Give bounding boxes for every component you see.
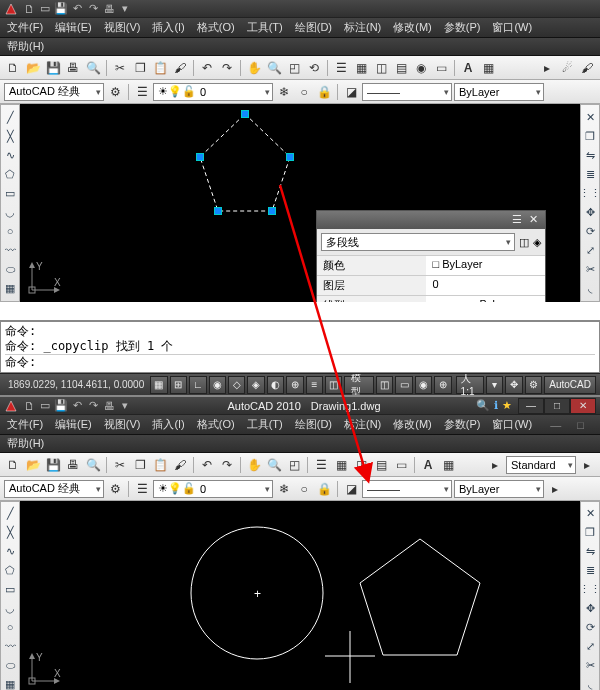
- grip-vertex[interactable]: [286, 153, 294, 161]
- tb-match-icon[interactable]: 🖌: [171, 59, 189, 77]
- mod-mirror-icon[interactable]: ⇋: [582, 544, 598, 560]
- properties-titlebar[interactable]: ✕ ☰: [317, 211, 545, 229]
- tb-text-icon[interactable]: A: [419, 456, 437, 474]
- tb-new-icon[interactable]: 🗋: [4, 456, 22, 474]
- qp-icon[interactable]: ◫: [325, 376, 342, 394]
- menu-file[interactable]: 文件(F): [4, 19, 46, 36]
- mod-trim-icon[interactable]: ✂: [582, 261, 598, 277]
- qat-more-icon[interactable]: ▾: [118, 399, 132, 413]
- tb-dc-icon[interactable]: ▦: [332, 456, 350, 474]
- qat-new-icon[interactable]: 🗋: [22, 399, 36, 413]
- tb-copy-icon[interactable]: ❐: [131, 456, 149, 474]
- mod-erase-icon[interactable]: ✕: [582, 109, 598, 125]
- mod-rotate-icon[interactable]: ⟳: [582, 619, 598, 635]
- menu-modify[interactable]: 修改(M): [390, 416, 435, 433]
- layer-freeze-icon[interactable]: ❄: [275, 83, 293, 101]
- tb-zoomwin-icon[interactable]: ◰: [285, 456, 303, 474]
- sb-icon[interactable]: ◫: [376, 376, 393, 394]
- layer-lock-icon[interactable]: 🔒: [315, 480, 333, 498]
- sb-icon[interactable]: ⊕: [434, 376, 451, 394]
- properties-palette[interactable]: ✕ ☰ 多段线 ◫ ◈ 颜色 □ ByLayer 图层 0 线型 ———— By…: [316, 210, 546, 302]
- mod-fillet-icon[interactable]: ◟: [582, 280, 598, 296]
- mod-erase-icon[interactable]: ✕: [582, 506, 598, 522]
- qat-open-icon[interactable]: ▭: [38, 2, 52, 16]
- mod-rotate-icon[interactable]: ⟳: [582, 223, 598, 239]
- sb-icon[interactable]: ⚙: [525, 376, 542, 394]
- mod-move-icon[interactable]: ✥: [582, 204, 598, 220]
- close-button[interactable]: ✕: [570, 398, 596, 414]
- mod-mirror-icon[interactable]: ⇋: [582, 147, 598, 163]
- grip-vertex[interactable]: [214, 207, 222, 215]
- menu-edit[interactable]: 编辑(E): [52, 19, 95, 36]
- tb-ssm-icon[interactable]: ▤: [392, 59, 410, 77]
- tb-save-icon[interactable]: 💾: [44, 456, 62, 474]
- tb-copy-icon[interactable]: ❐: [131, 59, 149, 77]
- layer-props-icon[interactable]: ☰: [133, 480, 151, 498]
- color-combo[interactable]: ———: [362, 480, 452, 498]
- info-icon[interactable]: ℹ: [494, 399, 498, 412]
- qat-undo-icon[interactable]: ↶: [70, 399, 84, 413]
- tb-zoomprev-icon[interactable]: ⟲: [305, 59, 323, 77]
- qat-redo-icon[interactable]: ↷: [86, 2, 100, 16]
- color-combo[interactable]: ———: [362, 83, 452, 101]
- tb-zoom-icon[interactable]: 🔍: [265, 59, 283, 77]
- menu-insert[interactable]: 插入(I): [149, 19, 187, 36]
- tb-undo-icon[interactable]: ↶: [198, 456, 216, 474]
- tb-redo-icon[interactable]: ↷: [218, 456, 236, 474]
- quick-select-icon[interactable]: ◫: [519, 236, 529, 249]
- otrack-icon[interactable]: ◈: [247, 376, 264, 394]
- menu-edit[interactable]: 编辑(E): [52, 416, 95, 433]
- mod-move-icon[interactable]: ✥: [582, 601, 598, 617]
- qat-undo-icon[interactable]: ↶: [70, 2, 84, 16]
- menu-tools[interactable]: 工具(T): [244, 416, 286, 433]
- lwt-icon[interactable]: ≡: [306, 376, 323, 394]
- menu-help[interactable]: 帮助(H): [4, 38, 47, 55]
- menu-tools[interactable]: 工具(T): [244, 19, 286, 36]
- workspace-combo[interactable]: AutoCAD 经典: [4, 83, 104, 101]
- layer-state-combo[interactable]: ☀ 💡 🔓 0: [153, 83, 273, 101]
- tb-brush-icon[interactable]: 🖌: [578, 59, 596, 77]
- grip-vertex[interactable]: [196, 153, 204, 161]
- menu-format[interactable]: 格式(O): [194, 19, 238, 36]
- ducs-icon[interactable]: ◐: [267, 376, 284, 394]
- mod-copy-icon[interactable]: ❐: [582, 525, 598, 541]
- selection-combo[interactable]: 多段线: [321, 233, 515, 251]
- tb-chevron-icon[interactable]: ▸: [486, 456, 504, 474]
- tb-table-icon[interactable]: ▦: [479, 59, 497, 77]
- qat-new-icon[interactable]: 🗋: [22, 2, 36, 16]
- drawing-area-2[interactable]: ╱ ╳ ∿ ⬠ ▭ ◡ ○ 〰 ⬭ ▦ ✕ ❐ ⇋ ≣ ⋮⋮ ✥ ⟳ ⤢ ✂ ◟: [0, 501, 600, 690]
- tb-paste-icon[interactable]: 📋: [151, 456, 169, 474]
- tb-chevron-icon[interactable]: ▸: [546, 480, 564, 498]
- tb-markup-icon[interactable]: ◉: [412, 59, 430, 77]
- tb-open-icon[interactable]: 📂: [24, 59, 42, 77]
- mod-scale-icon[interactable]: ⤢: [582, 638, 598, 654]
- tb-undo-icon[interactable]: ↶: [198, 59, 216, 77]
- tb-chevron-icon[interactable]: ▸: [578, 456, 596, 474]
- tb-table-icon[interactable]: ▦: [439, 456, 457, 474]
- color-swatch-icon[interactable]: ◪: [342, 480, 360, 498]
- qat-save-icon[interactable]: 💾: [54, 2, 68, 16]
- mod-scale-icon[interactable]: ⤢: [582, 242, 598, 258]
- prop-color-value[interactable]: □ ByLayer: [426, 256, 545, 275]
- menu-dim[interactable]: 标注(N): [341, 416, 384, 433]
- tb-cut-icon[interactable]: ✂: [111, 456, 129, 474]
- sb-icon[interactable]: ◉: [415, 376, 432, 394]
- status-ws[interactable]: AutoCAD: [544, 376, 596, 394]
- menu-file[interactable]: 文件(F): [4, 416, 46, 433]
- tb-cut-icon[interactable]: ✂: [111, 59, 129, 77]
- tb-chevron-icon[interactable]: ▸: [538, 59, 556, 77]
- menu-window[interactable]: 窗口(W): [489, 416, 535, 433]
- tb-tp-icon[interactable]: ◫: [352, 456, 370, 474]
- tb-preview-icon[interactable]: 🔍: [84, 456, 102, 474]
- tb-text-icon[interactable]: A: [459, 59, 477, 77]
- grip-vertex[interactable]: [241, 110, 249, 118]
- tb-save-icon[interactable]: 💾: [44, 59, 62, 77]
- maximize-button[interactable]: □: [544, 398, 570, 414]
- command-area-1[interactable]: 命令: 命令: _copyclip 找到 1 个 命令:: [0, 320, 600, 373]
- mod-copy-icon[interactable]: ❐: [582, 128, 598, 144]
- tb-redo-icon[interactable]: ↷: [218, 59, 236, 77]
- mod-fillet-icon[interactable]: ◟: [582, 676, 598, 690]
- pentagon-shape[interactable]: [200, 114, 290, 211]
- sb-icon[interactable]: ▾: [486, 376, 503, 394]
- mod-trim-icon[interactable]: ✂: [582, 657, 598, 673]
